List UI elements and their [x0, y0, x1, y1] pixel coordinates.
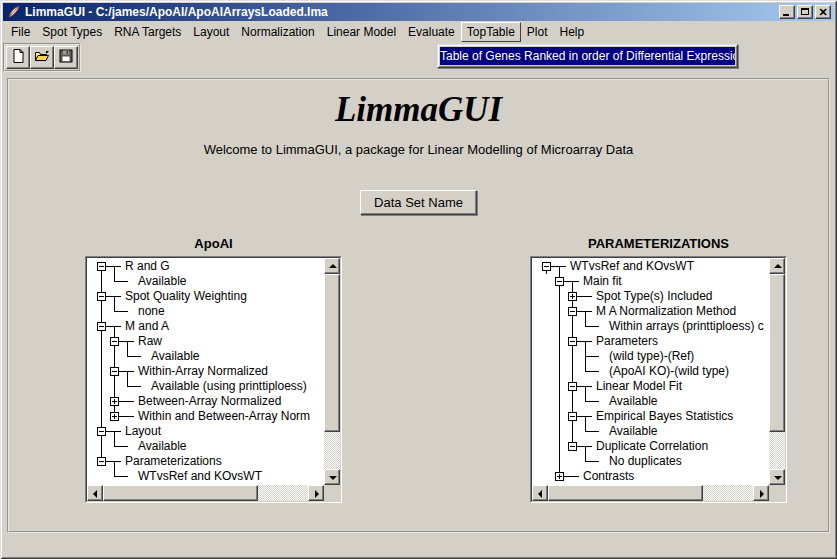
horizontal-scroll-track[interactable]: [703, 485, 753, 501]
tree-node-label[interactable]: Available (using printtiploess): [151, 379, 307, 394]
minimize-button[interactable]: [779, 5, 795, 19]
tree-expander-minus[interactable]: [97, 262, 106, 271]
vertical-scroll-thumb[interactable]: [324, 274, 340, 432]
tree-node-label[interactable]: No duplicates: [609, 454, 682, 469]
tree-connector: [540, 289, 553, 304]
tree-connector: [121, 379, 134, 394]
scroll-up-button[interactable]: [324, 258, 340, 274]
tree-node-label[interactable]: Main fit: [583, 274, 622, 289]
horizontal-scroll-thumb[interactable]: [548, 485, 703, 501]
tree-connector: [566, 274, 579, 289]
tree-expander-minus[interactable]: [97, 292, 106, 301]
menu-toptable[interactable]: TopTable: [461, 22, 521, 42]
tree-connector: [95, 274, 108, 289]
tree-expander-minus[interactable]: [542, 262, 551, 271]
tree-node-label[interactable]: Duplicate Correlation: [596, 439, 708, 454]
tree-expander-minus[interactable]: [97, 457, 106, 466]
tree-node-label[interactable]: Spot Type(s) Included: [596, 289, 713, 304]
tree-node-label[interactable]: Parameters: [596, 334, 658, 349]
tree-expander-minus[interactable]: [97, 322, 106, 331]
tree-expander-plus[interactable]: [568, 292, 577, 301]
tree-node-label[interactable]: Linear Model Fit: [596, 379, 682, 394]
tree-node-label[interactable]: Contrasts: [583, 469, 634, 484]
tree-row: Within arrays (printtiploess) c: [532, 319, 769, 334]
vertical-scroll-thumb[interactable]: [769, 274, 785, 432]
tree-node-label[interactable]: (wild type)-(Ref): [609, 349, 694, 364]
tree-node-label[interactable]: Within-Array Normalized: [138, 364, 268, 379]
maximize-button[interactable]: [797, 5, 813, 19]
menu-file[interactable]: File: [5, 22, 36, 42]
tree-expander-plus[interactable]: [110, 412, 119, 421]
menu-plot[interactable]: Plot: [521, 22, 554, 42]
scroll-down-button[interactable]: [769, 469, 785, 485]
tree-node-label[interactable]: Available: [151, 349, 199, 364]
tree-node-label[interactable]: Parameterizations: [125, 454, 222, 469]
horizontal-scroll-thumb[interactable]: [103, 485, 258, 501]
tree-node-label[interactable]: Available: [138, 439, 186, 454]
tree-connector: [566, 289, 579, 304]
tree-node-label[interactable]: R and G: [125, 259, 170, 274]
tree-connector: [579, 439, 592, 454]
scroll-right-button[interactable]: [753, 485, 769, 501]
tree-expander-plus[interactable]: [555, 472, 564, 481]
tree-connector: [540, 334, 553, 349]
tree-connector: [134, 379, 147, 394]
tree-expander-minus[interactable]: [110, 367, 119, 376]
open-folder-button[interactable]: [30, 46, 54, 69]
tree-expander-minus[interactable]: [568, 337, 577, 346]
tree-node-label[interactable]: Empirical Bayes Statistics: [596, 409, 733, 424]
menu-layout[interactable]: Layout: [187, 22, 235, 42]
menu-help[interactable]: Help: [554, 22, 591, 42]
close-button[interactable]: ✕: [815, 5, 831, 19]
new-document-button[interactable]: [6, 46, 30, 69]
menu-evaluate[interactable]: Evaluate: [402, 22, 461, 42]
tree-connector: [134, 349, 147, 364]
tree-node-label[interactable]: Available: [138, 274, 186, 289]
horizontal-scroll-track[interactable]: [258, 485, 308, 501]
tree-expander-minus[interactable]: [110, 337, 119, 346]
tree-node-label[interactable]: WTvsRef and KOvsWT: [138, 469, 262, 484]
menu-item-table-of-genes[interactable]: Table of Genes Ranked in order of Differ…: [440, 47, 735, 65]
tree-connector: [579, 379, 592, 394]
tree-node-label[interactable]: M A Normalization Method: [596, 304, 736, 319]
arrow-left-icon: [538, 490, 542, 498]
menu-spot-types[interactable]: Spot Types: [36, 22, 108, 42]
tree-node-label[interactable]: Within arrays (printtiploess) c: [609, 319, 764, 334]
menu-rna-targets[interactable]: RNA Targets: [108, 22, 187, 42]
save-button[interactable]: [54, 46, 78, 69]
tree-expander-minus[interactable]: [555, 277, 564, 286]
scroll-up-button[interactable]: [769, 258, 785, 274]
tree-node-label[interactable]: Layout: [125, 424, 161, 439]
scroll-left-button[interactable]: [87, 485, 103, 501]
tree-expander-minus[interactable]: [568, 382, 577, 391]
tree-node-label[interactable]: WTvsRef and KOvsWT: [570, 259, 694, 274]
tree-expander-minus[interactable]: [568, 412, 577, 421]
vertical-scroll-track[interactable]: [324, 432, 340, 469]
tree-expander-minus[interactable]: [97, 427, 106, 436]
tree-node-label[interactable]: (ApoAI KO)-(wild type): [609, 364, 729, 379]
tree-node-label[interactable]: Available: [609, 424, 657, 439]
menu-normalization[interactable]: Normalization: [235, 22, 320, 42]
tree-expander-plus[interactable]: [110, 397, 119, 406]
scroll-down-button[interactable]: [324, 469, 340, 485]
tree-connector: [108, 304, 121, 319]
tree-node-label[interactable]: Within and Between-Array Norm: [138, 409, 310, 424]
tree-node-label[interactable]: Between-Array Normalized: [138, 394, 281, 409]
tree-node-label[interactable]: M and A: [125, 319, 169, 334]
tree-expander-minus[interactable]: [568, 307, 577, 316]
tree-connector: [540, 259, 553, 274]
tree-connector: [553, 469, 566, 484]
tree-node-label[interactable]: Available: [609, 394, 657, 409]
tree-node-label[interactable]: Spot Quality Weighting: [125, 289, 247, 304]
scroll-left-button[interactable]: [532, 485, 548, 501]
tree-connector: [540, 319, 553, 334]
tree-node-label[interactable]: Raw: [138, 334, 162, 349]
data-set-name-button[interactable]: Data Set Name: [360, 190, 477, 215]
tree-connector: [121, 394, 134, 409]
menu-linear-model[interactable]: Linear Model: [321, 22, 402, 42]
tree-connector: [108, 424, 121, 439]
tree-node-label[interactable]: none: [138, 304, 165, 319]
scroll-right-button[interactable]: [308, 485, 324, 501]
vertical-scroll-track[interactable]: [769, 432, 785, 469]
tree-expander-minus[interactable]: [568, 442, 577, 451]
